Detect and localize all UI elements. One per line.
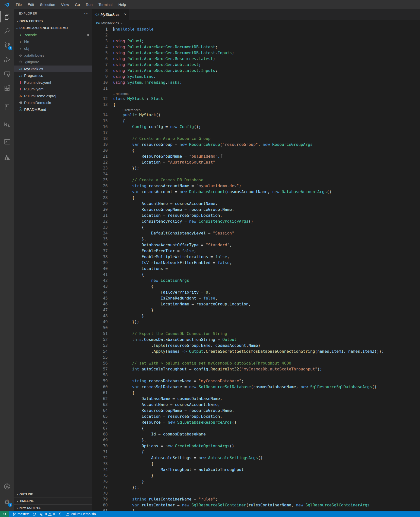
- tab-mystack-cs[interactable]: C# MyStack.cs ✕: [92, 9, 129, 20]
- tree-item-gitattributes[interactable]: .gitattributes: [14, 52, 92, 59]
- code-line[interactable]: 59string cosmosDatabaseName = "myCosmosD…: [92, 378, 420, 384]
- tree-item-pulumi-yaml[interactable]: !Pulumi.yaml: [14, 86, 92, 93]
- code-line[interactable]: 73{: [92, 461, 420, 467]
- code-line[interactable]: 38EnableMultipleWriteLocations = false,: [92, 254, 420, 260]
- accounts-icon[interactable]: [0, 481, 14, 492]
- code-line[interactable]: 61{: [92, 390, 420, 396]
- code-line[interactable]: 44FailoverPriority = 0,: [92, 289, 420, 295]
- problems-status[interactable]: 0 0: [40, 512, 55, 516]
- code-line[interactable]: 40Locations =: [92, 266, 420, 272]
- code-line[interactable]: 7using Pulumi.AzureNextGen.Web.Latest;: [92, 62, 420, 68]
- codelens[interactable]: 1 reference: [92, 91, 420, 96]
- codelens-label[interactable]: 0 references: [113, 108, 140, 112]
- settings-gear-icon[interactable]: ⚙ 1: [0, 496, 14, 508]
- code-line[interactable]: 81{: [92, 508, 420, 511]
- code-line[interactable]: 31Location = resourceGroup.Location,: [92, 213, 420, 218]
- code-line[interactable]: 28{: [92, 195, 420, 201]
- tree-item-pulumidemo-sln[interactable]: PulumiDemo.sln: [14, 99, 92, 106]
- codelens[interactable]: 0 references: [92, 108, 420, 112]
- code-line[interactable]: 27var cosmosAccount = new DatabaseAccoun…: [92, 189, 420, 195]
- search-icon[interactable]: [0, 25, 14, 37]
- code-line[interactable]: 68Id = cosmosDatabaseName: [92, 431, 420, 437]
- menu-run[interactable]: Run: [83, 0, 96, 9]
- code-line[interactable]: 78: [92, 490, 420, 496]
- azure-icon[interactable]: [0, 152, 14, 163]
- code-line[interactable]: 25// Create a Cosmos DB Database: [92, 177, 420, 183]
- code-line[interactable]: 55: [92, 354, 420, 360]
- menu-help[interactable]: Help: [115, 0, 129, 9]
- code-line[interactable]: 20{: [92, 148, 420, 153]
- tree-item-pulumidemo-csproj[interactable]: PulumiDemo.csproj: [14, 93, 92, 100]
- extensions-icon[interactable]: [0, 83, 14, 94]
- code-line[interactable]: 48}: [92, 313, 420, 319]
- code-editor[interactable]: 1#nullable disable23using Pulumi;4using …: [92, 26, 420, 511]
- code-line[interactable]: 69},: [92, 437, 420, 443]
- code-line[interactable]: 5using Pulumi.AzureNextGen.DocumentDB.La…: [92, 50, 420, 56]
- tree-item-program-cs[interactable]: C#Program.cs: [14, 72, 92, 79]
- code-line[interactable]: 52this.CosmosDatabaseConnectionString = …: [92, 337, 420, 343]
- code-line[interactable]: 12class MyStack : Stack: [92, 96, 420, 102]
- run-debug-icon[interactable]: [0, 54, 14, 65]
- code-line[interactable]: 51// Export the CosmosDb Connection Stri…: [92, 331, 420, 337]
- code-line[interactable]: 46LocationName = resourceGroup.Location,: [92, 301, 420, 307]
- breadcrumb-file[interactable]: MyStack.cs: [101, 21, 119, 25]
- breadcrumb[interactable]: C# MyStack.cs › ...: [92, 20, 420, 26]
- code-line[interactable]: 70Options = new CreateUpdateOptionsArgs(…: [92, 443, 420, 449]
- sync-button[interactable]: [33, 512, 36, 516]
- code-line[interactable]: 33{: [92, 224, 420, 230]
- code-line[interactable]: 8using Pulumi.AzureNextGen.Web.Latest.In…: [92, 68, 420, 74]
- nuget-icon[interactable]: [0, 119, 14, 130]
- powershell-icon[interactable]: [0, 136, 14, 148]
- more-actions-icon[interactable]: ···: [84, 11, 89, 16]
- code-line[interactable]: 50: [92, 325, 420, 331]
- source-control-icon[interactable]: 2: [0, 40, 14, 51]
- code-line[interactable]: 18// Create an Azure Resource Group: [92, 136, 420, 142]
- breadcrumb-symbol[interactable]: ...: [124, 21, 127, 25]
- code-line[interactable]: 9using System.Linq;: [92, 74, 420, 80]
- code-line[interactable]: 54.Apply(names => Output.CreateSecret(Ge…: [92, 349, 420, 354]
- timeline-section[interactable]: › TIMELINE: [14, 498, 92, 504]
- code-line[interactable]: 41{: [92, 272, 420, 278]
- menu-file[interactable]: File: [13, 0, 25, 9]
- code-line[interactable]: 77});: [92, 484, 420, 490]
- remote-explorer-icon[interactable]: [0, 68, 14, 80]
- code-line[interactable]: 16Config config = new Config();: [92, 124, 420, 130]
- code-line[interactable]: 45IsZoneRedundant = false,: [92, 295, 420, 301]
- tree-item-mystack-cs[interactable]: C#MyStack.cs: [14, 66, 92, 72]
- code-line[interactable]: 3using Pulumi;: [92, 38, 420, 44]
- code-line[interactable]: 67{: [92, 425, 420, 431]
- code-line[interactable]: 2: [92, 32, 420, 38]
- code-line[interactable]: 80var rulesContainer = new SqlResourceSq…: [92, 502, 420, 508]
- solution-status[interactable]: PulumiDemo.sln: [66, 512, 96, 516]
- git-branch-status[interactable]: master*: [13, 512, 29, 516]
- code-line[interactable]: 35},: [92, 236, 420, 242]
- code-line[interactable]: 65Location = resourceGroup.Location,: [92, 414, 420, 419]
- code-line[interactable]: 17: [92, 130, 420, 136]
- tree-item-obj[interactable]: ›obj: [14, 45, 92, 52]
- code-line[interactable]: 14public MyStack(): [92, 112, 420, 118]
- code-line[interactable]: 74MaxThroughput = autoScaleThroughput: [92, 467, 420, 473]
- code-line[interactable]: 53.Tuple(resourceGroup.Name, cosmosAccou…: [92, 343, 420, 349]
- codelens-label[interactable]: 1 reference: [113, 92, 129, 96]
- code-line[interactable]: 57int autoScaleThroughput = config.Requi…: [92, 366, 420, 372]
- code-line[interactable]: 4using Pulumi.AzureNextGen.DocumentDB.La…: [92, 44, 420, 50]
- code-line[interactable]: 42new LocationArgs: [92, 278, 420, 284]
- code-line[interactable]: 19var resourceGroup = new ResourceGroup(…: [92, 142, 420, 148]
- code-line[interactable]: 47}: [92, 307, 420, 313]
- remote-indicator[interactable]: [0, 511, 9, 517]
- omnisharp-flame-status[interactable]: [58, 512, 62, 516]
- code-line[interactable]: 13{: [92, 102, 420, 108]
- code-line[interactable]: 62DatabaseName = cosmosDatabaseName,: [92, 396, 420, 402]
- menu-selection[interactable]: Selection: [37, 0, 58, 9]
- code-line[interactable]: 60var cosmosSqlDatabase = new SqlResourc…: [92, 384, 420, 390]
- code-line[interactable]: 43{: [92, 284, 420, 289]
- code-line[interactable]: 66Resource = new SqlDatabaseResourceArgs…: [92, 419, 420, 425]
- code-line[interactable]: 15{: [92, 118, 420, 124]
- tree-item-readme-md[interactable]: ⓘREADME.md: [14, 106, 92, 113]
- tree-item-bin[interactable]: ›bin: [14, 38, 92, 45]
- code-line[interactable]: 64ResourceGroupName = resourceGroup.Name…: [92, 408, 420, 414]
- code-line[interactable]: 56// set with > pulumi config set myCosm…: [92, 360, 420, 366]
- code-line[interactable]: 71{: [92, 449, 420, 455]
- tree-item-vscode[interactable]: ›.vscode: [14, 32, 92, 38]
- code-line[interactable]: 72AutoscaleSettings = new AutoscaleSetti…: [92, 455, 420, 461]
